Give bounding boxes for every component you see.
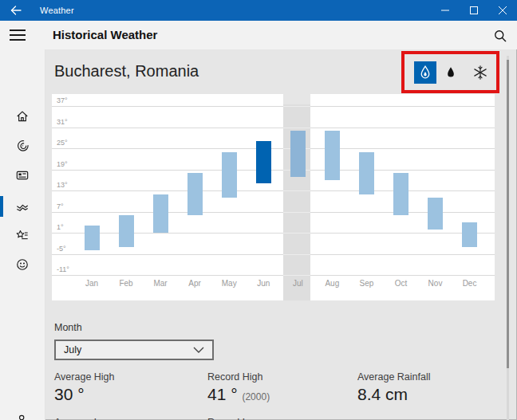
- minimize-button[interactable]: [431, 0, 460, 21]
- sidebar-item-favorites[interactable]: [13, 226, 32, 245]
- hamburger-menu-button[interactable]: [10, 29, 26, 41]
- maximize-button[interactable]: [460, 0, 488, 21]
- temp-range-bar-nov[interactable]: [428, 198, 443, 230]
- stat-label: Average Rainfall: [357, 371, 431, 383]
- minimize-icon: [441, 6, 449, 14]
- gridline: [283, 275, 310, 276]
- x-axis-month-label: Jul: [281, 279, 314, 288]
- gridline: [52, 275, 283, 276]
- x-axis-month-label: Dec: [453, 279, 487, 288]
- x-axis-month-label: May: [212, 279, 246, 288]
- search-icon: [492, 28, 508, 44]
- close-button[interactable]: [488, 0, 517, 21]
- temp-range-bar-mar[interactable]: [153, 194, 168, 234]
- temp-range-bar-aug[interactable]: [325, 131, 340, 180]
- snowflake-icon: [472, 64, 489, 81]
- sidebar-item-historical-weather[interactable]: [13, 196, 32, 215]
- sidebar-item-maps[interactable]: [13, 136, 32, 155]
- selected-nav-indicator: [0, 196, 3, 217]
- stat-value: 8.4 cm: [357, 385, 408, 403]
- temp-range-bar-jan[interactable]: [85, 226, 100, 250]
- gridline: [52, 128, 283, 128]
- gridline: [310, 106, 495, 107]
- stat-record-high: Record High 41 ° (2000): [207, 371, 270, 404]
- gridline: [283, 254, 310, 255]
- y-axis-tick-label: 1°: [57, 223, 77, 231]
- stat-label: Record High: [207, 371, 270, 383]
- smiley-icon: [14, 257, 30, 273]
- x-axis-month-label: Apr: [178, 279, 211, 288]
- y-axis-tick-label: 31°: [57, 118, 77, 126]
- gridline: [52, 254, 283, 255]
- y-axis-tick-label: 25°: [57, 139, 77, 147]
- sidebar-item-feedback[interactable]: [13, 255, 32, 274]
- temp-range-bar-jun[interactable]: [256, 141, 271, 183]
- search-button[interactable]: [490, 26, 511, 46]
- sidebar-item-forecast[interactable]: [13, 107, 32, 126]
- stat-value: 41 °: [207, 385, 238, 403]
- back-button[interactable]: [0, 0, 32, 21]
- temp-range-bar-feb[interactable]: [119, 215, 134, 247]
- news-card-icon: [14, 167, 30, 183]
- y-axis-tick-label: -5°: [57, 245, 77, 253]
- x-axis-month-label: Sep: [349, 279, 383, 288]
- titlebar: Weather: [0, 0, 517, 21]
- month-dropdown[interactable]: July: [54, 340, 214, 360]
- x-axis-month-label: Mar: [144, 279, 177, 288]
- star-list-icon: [14, 227, 30, 243]
- gridline: [310, 128, 495, 128]
- y-axis-tick-label: 13°: [57, 181, 77, 189]
- x-axis-month-label: Aug: [315, 279, 349, 288]
- location-title: Bucharest, Romania: [54, 62, 199, 80]
- temperature-view-button[interactable]: [414, 61, 436, 84]
- page-title: Historical Weather: [53, 28, 157, 41]
- hurricane-swirl-icon: [14, 138, 30, 154]
- app-header: Historical Weather: [0, 21, 517, 49]
- gridline: [52, 170, 283, 171]
- x-axis-month-label: Oct: [384, 279, 417, 288]
- x-axis-month-label: Nov: [419, 279, 452, 288]
- x-axis-month-label: Jan: [75, 279, 109, 288]
- close-icon: [499, 6, 507, 14]
- temperature-drop-icon: [416, 64, 434, 81]
- snow-view-button[interactable]: [469, 61, 491, 84]
- person-add-icon: [14, 412, 30, 420]
- raindrop-icon: [442, 64, 460, 81]
- home-icon: [14, 108, 30, 124]
- temp-range-bar-dec[interactable]: [462, 222, 477, 247]
- y-axis-tick-label: 7°: [57, 202, 77, 210]
- maximize-icon: [470, 6, 478, 14]
- gridline: [283, 106, 310, 107]
- scrollbar-thumb[interactable]: [507, 60, 509, 368]
- month-dropdown-value: July: [64, 344, 193, 355]
- rainfall-view-button[interactable]: [440, 61, 462, 84]
- back-arrow-icon: [10, 6, 22, 15]
- temp-range-bar-jul[interactable]: [290, 131, 306, 176]
- historical-chart-icon: [14, 198, 30, 214]
- gridline: [52, 190, 283, 191]
- gridline: [283, 128, 310, 128]
- y-axis-tick-label: 37°: [57, 96, 77, 104]
- stat-average-high: Average High 30 °: [54, 371, 115, 404]
- gridline: [52, 106, 283, 107]
- x-axis-month-label: Jun: [247, 279, 280, 288]
- chevron-down-icon: [193, 347, 204, 353]
- temp-range-bar-sep[interactable]: [359, 152, 374, 194]
- gridline: [283, 212, 310, 213]
- stat-label-record-low: Record Low: [207, 417, 261, 420]
- y-axis-tick-label: 19°: [57, 160, 77, 168]
- temp-range-bar-apr[interactable]: [187, 173, 203, 215]
- temp-range-bar-oct[interactable]: [393, 173, 408, 215]
- gridline: [310, 275, 495, 276]
- month-picker-label: Month: [54, 322, 82, 333]
- sidebar: ⚙: [0, 49, 45, 420]
- x-axis-month-label: Feb: [109, 279, 143, 288]
- gridline: [52, 148, 283, 149]
- weather-app-window: Weather Historical Weather: [0, 0, 517, 420]
- sidebar-item-news[interactable]: [13, 166, 32, 185]
- stat-note: (2000): [242, 391, 270, 402]
- temp-range-bar-may[interactable]: [222, 152, 237, 198]
- gridline: [283, 233, 310, 234]
- stat-average-rainfall: Average Rainfall 8.4 cm: [357, 371, 431, 404]
- sidebar-item-account[interactable]: [13, 410, 32, 420]
